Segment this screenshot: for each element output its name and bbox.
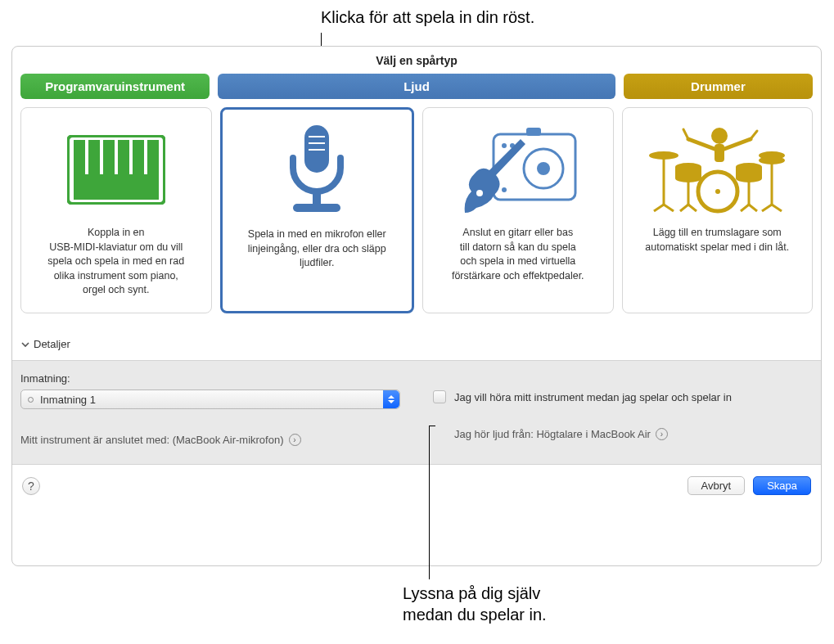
input-channel-icon [28,397,34,403]
hear-from-line: Jag hör ljud från: Högtalare i MacBook A… [454,428,813,440]
card-software-instrument[interactable]: Koppla in en USB-MIDI-klaviatur om du vi… [20,107,212,313]
card-software-desc: Koppla in en USB-MIDI-klaviatur om du vi… [47,226,184,298]
card-microphone-desc: Spela in med en mikrofon eller linjeingå… [248,227,386,271]
card-microphone[interactable]: Spela in med en mikrofon eller linjeingå… [220,107,415,313]
svg-rect-15 [526,128,541,136]
svg-point-21 [476,190,483,196]
svg-line-30 [654,205,664,211]
svg-point-17 [537,162,550,175]
svg-line-27 [751,131,757,139]
instrument-connected-line: Mitt instrument är anslutet med: (MacBoo… [20,434,400,446]
svg-line-35 [762,205,772,211]
svg-point-18 [502,143,507,148]
card-drummer-desc: Lägg till en trumslagare som automatiskt… [645,226,789,254]
guitar-amp-icon [433,116,603,223]
go-arrow-icon[interactable]: › [289,434,301,446]
hear-from-text: Jag hör ljud från: Högtalare i MacBook A… [454,428,651,440]
svg-rect-23 [715,144,724,162]
input-label: Inmatning: [20,372,400,385]
cancel-button[interactable]: Avbryt [687,476,746,495]
card-drummer[interactable]: Lägg till en trumslagare som automatiskt… [622,107,814,313]
svg-point-20 [502,187,507,192]
svg-point-28 [649,151,678,160]
tab-drummer[interactable]: Drummer [624,74,813,99]
details-label: Detaljer [34,338,70,350]
track-type-dialog: Välj en spårtyp Programvaruinstrument Lj… [11,46,822,566]
svg-line-36 [772,205,782,211]
svg-point-33 [759,156,785,164]
svg-rect-12 [313,191,321,205]
svg-line-40 [688,205,697,211]
keyboard-icon [31,116,201,223]
dialog-footer: ? Avbryt Skapa [12,465,821,507]
go-arrow-icon[interactable]: › [656,428,668,440]
tab-software-instrument[interactable]: Programvaruinstrument [20,74,210,99]
svg-line-31 [664,205,674,211]
dialog-title: Välj en spårtyp [12,47,821,74]
select-arrows-icon [383,390,399,408]
callout-top: Klicka för att spela in din röst. [321,8,534,27]
callout-bottom-line [429,426,430,579]
instrument-connected-text: Mitt instrument är anslutet med: (MacBoo… [20,434,284,446]
svg-line-43 [741,205,749,211]
input-select-value: Inmatning 1 [40,394,96,406]
details-disclosure[interactable]: Detaljer [12,322,821,360]
tab-audio[interactable]: Ljud [218,74,615,99]
help-button[interactable]: ? [22,477,40,495]
svg-rect-7 [74,174,159,200]
track-type-cards: Koppla in en USB-MIDI-klaviatur om du vi… [12,99,821,322]
svg-point-46 [715,189,720,194]
chevron-down-icon [20,340,30,349]
svg-point-22 [711,128,728,144]
card-guitar[interactable]: Anslut en gitarr eller bas till datorn s… [422,107,614,313]
callout-bottom-line-h [429,426,435,426]
svg-line-24 [688,139,715,149]
details-panel: Inmatning: Inmatning 1 Mitt instrument ä… [12,360,821,465]
drummer-icon [633,116,803,223]
monitor-label: Jag vill höra mitt instrument medan jag … [454,391,732,403]
card-guitar-desc: Anslut en gitarr eller bas till datorn s… [452,226,584,283]
input-select[interactable]: Inmatning 1 [20,390,400,409]
svg-rect-13 [293,204,340,212]
svg-line-26 [683,129,688,139]
microphone-icon [232,118,403,224]
svg-line-44 [749,205,757,211]
svg-line-25 [724,139,751,149]
svg-line-39 [680,205,688,211]
create-button[interactable]: Skapa [753,476,811,495]
monitor-checkbox[interactable] [433,390,446,403]
track-type-tabs: Programvaruinstrument Ljud Drummer [12,74,821,99]
callout-bottom: Lyssna på dig själv medan du spelar in. [403,583,730,625]
